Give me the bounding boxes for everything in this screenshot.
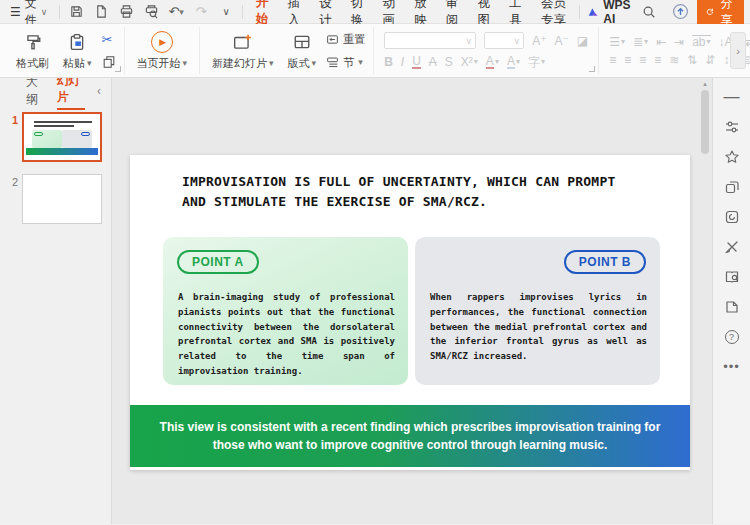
clear-format-button[interactable]: ◪ — [577, 35, 588, 47]
reset-icon — [326, 33, 339, 46]
font-color-button[interactable]: A▾ — [486, 55, 499, 69]
print-icon[interactable] — [118, 4, 134, 20]
pinyin-button[interactable]: ab▾ — [692, 35, 710, 48]
superscript-button[interactable]: X²▾ — [461, 56, 478, 68]
sticker-tag-icon[interactable] — [723, 298, 741, 316]
print-preview-icon[interactable] — [143, 4, 159, 20]
font-size-select[interactable]: ∨ — [484, 32, 524, 49]
slide-panel: 大纲 幻灯片 ‹ 1 2 — [0, 78, 112, 524]
layout-button[interactable]: 版式▾ — [284, 30, 321, 72]
caret-down-icon: ▾ — [312, 58, 317, 68]
distribute-button[interactable]: ≋ — [669, 54, 679, 66]
divider — [579, 5, 580, 19]
font-family-select[interactable]: ∨ — [384, 32, 476, 49]
wps-ai-logo-icon — [588, 6, 598, 18]
point-a-text[interactable]: A brain-imaging study of professional pi… — [178, 290, 395, 379]
share-icon — [706, 6, 714, 17]
animation-sticker-icon[interactable] — [723, 208, 741, 226]
point-a-card[interactable]: POINT A A brain-imaging study of profess… — [163, 237, 408, 385]
grow-font-button[interactable]: A⁺ — [532, 35, 546, 47]
clipboard-dialog-launcher[interactable] — [115, 66, 121, 72]
paragraph-spacing-button[interactable]: ⇵ — [705, 54, 715, 66]
section-label: 节 — [343, 55, 354, 70]
panel-tabs: 大纲 幻灯片 ‹ — [0, 78, 111, 104]
align-right-button[interactable]: ≡ — [639, 54, 646, 66]
slide-thumbnail-1[interactable] — [22, 112, 102, 162]
save-icon[interactable] — [68, 4, 84, 20]
reader-search-icon[interactable] — [723, 268, 741, 286]
copy-icon — [102, 55, 116, 69]
wps-presentation-window: ☰ 文件 ∨ ↶▾ ↷ ∨ 开始 插入 设计 切 — [0, 0, 750, 525]
ribbon-toolbar: 格式刷 粘贴▾ ✂ ▶ 当页开始▾ — [0, 24, 750, 78]
slide-thumbnail-row-1: 1 — [4, 112, 105, 162]
point-b-card[interactable]: POINT B When rappers improvises lyrics i… — [415, 237, 660, 385]
slide-thumbnail-list: 1 2 — [0, 104, 111, 224]
underline-button[interactable]: U — [412, 55, 421, 69]
line-spacing-button[interactable]: ⇅ — [687, 54, 697, 66]
new-slide-button[interactable]: 新建幻灯片▾ — [208, 30, 278, 72]
convert-smartart-button[interactable]: ⇄ — [746, 36, 750, 48]
align-left-button[interactable]: ≡ — [609, 54, 616, 66]
cloud-upload-icon[interactable] — [672, 3, 689, 20]
start-page-label: 当页开始 — [137, 56, 181, 71]
text-shadow-button[interactable]: S — [445, 56, 453, 68]
search-icon[interactable] — [642, 5, 656, 19]
caret-down-icon: ▾ — [269, 58, 274, 68]
export-icon[interactable] — [93, 4, 109, 20]
right-sidebar: — ? ••• — [712, 78, 750, 524]
undo-icon[interactable]: ↶▾ — [168, 4, 184, 20]
indent-button[interactable]: ⇥ — [674, 36, 684, 48]
point-b-text[interactable]: When rappers improvises lyrics in perfor… — [430, 290, 647, 364]
properties-sliders-icon[interactable] — [723, 118, 741, 136]
scissors-icon: ✂ — [102, 32, 113, 47]
more-options-icon[interactable]: ••• — [723, 358, 741, 376]
redo-icon[interactable]: ↷ — [193, 4, 209, 20]
clipboard-group: 格式刷 粘贴▾ ✂ — [4, 27, 125, 74]
caret-down-icon: ▾ — [358, 57, 363, 67]
ribbon-expand-button[interactable]: › — [730, 32, 746, 69]
reset-button[interactable]: 重置 — [326, 32, 365, 47]
sidebar-collapse-icon[interactable]: — — [723, 88, 741, 106]
italic-button[interactable]: I — [401, 56, 404, 68]
caret-down-icon: ▾ — [87, 58, 92, 68]
vertical-scrollbar[interactable]: ▴ — [700, 80, 710, 522]
tab-outline[interactable]: 大纲 — [26, 74, 45, 108]
outdent-button[interactable]: ⇤ — [656, 36, 666, 48]
help-icon[interactable]: ? — [723, 328, 741, 346]
strikethrough-button[interactable]: A — [429, 56, 437, 68]
format-painter-button[interactable]: 格式刷 — [12, 30, 53, 72]
bullets-button[interactable]: ☰▾ — [609, 36, 625, 48]
editing-canvas[interactable]: IMPROVISATION IS FULL OF UNCERTAINTY, WH… — [112, 78, 712, 524]
bold-button[interactable]: B — [384, 56, 393, 68]
slide-thumbnail-2[interactable] — [22, 174, 102, 224]
start-from-page-button[interactable]: ▶ 当页开始▾ — [133, 30, 192, 72]
point-a-badge[interactable]: POINT A — [177, 250, 259, 274]
align-center-button[interactable]: ≡ — [624, 54, 631, 66]
scroll-up-icon[interactable]: ▴ — [700, 80, 710, 88]
panel-collapse-icon[interactable]: ‹ — [97, 84, 101, 98]
customize-toolbar-icon[interactable]: ∨ — [218, 4, 234, 20]
section-button[interactable]: 节 ▾ — [326, 55, 365, 70]
slide-title[interactable]: IMPROVISATION IS FULL OF UNCERTAINTY, WH… — [182, 172, 624, 212]
justify-button[interactable]: ≡ — [654, 54, 661, 66]
numbering-button[interactable]: ≣▾ — [633, 36, 648, 48]
slide-editing-surface[interactable]: IMPROVISATION IS FULL OF UNCERTAINTY, WH… — [130, 155, 690, 470]
shrink-font-button[interactable]: A⁻ — [554, 35, 568, 47]
copy-button[interactable] — [102, 55, 116, 69]
scrollbar-thumb[interactable] — [701, 90, 709, 154]
conclusion-banner[interactable]: This view is consistent with a recent fi… — [130, 405, 690, 467]
highlight-color-button[interactable]: A▾ — [507, 55, 520, 69]
caret-down-icon: ▾ — [183, 58, 188, 68]
point-b-badge[interactable]: POINT B — [564, 250, 646, 274]
cut-button[interactable]: ✂ — [102, 32, 116, 47]
design-tools-icon[interactable] — [723, 238, 741, 256]
conclusion-banner-text: This view is consistent with a recent fi… — [154, 418, 666, 454]
divider — [59, 5, 60, 19]
shapes-layers-icon[interactable] — [723, 178, 741, 196]
paste-icon — [68, 31, 86, 53]
wps-ai-button[interactable]: WPS AI — [588, 0, 634, 26]
paste-button[interactable]: 粘贴▾ — [59, 30, 96, 72]
character-tool-button[interactable]: 字▾ — [528, 56, 545, 68]
favorites-star-icon[interactable] — [723, 148, 741, 166]
font-dialog-launcher[interactable] — [589, 66, 595, 72]
